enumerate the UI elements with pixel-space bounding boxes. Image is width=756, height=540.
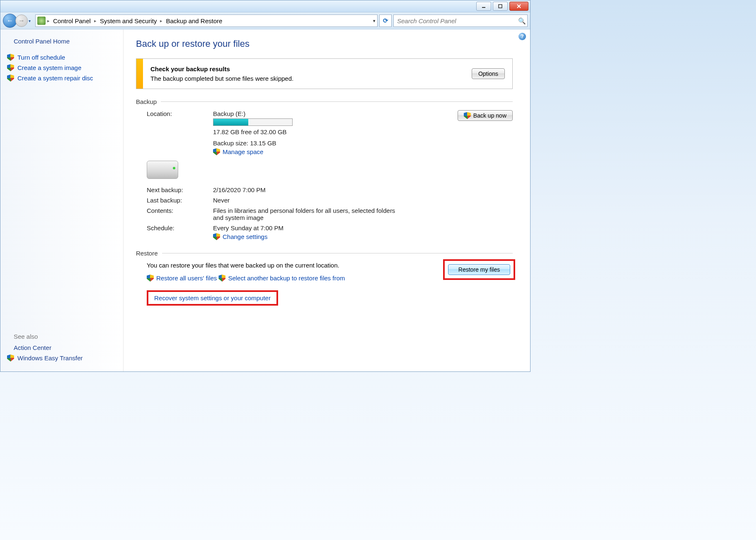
create-repair-disc-link[interactable]: Create a system repair disc	[7, 73, 123, 83]
svg-rect-1	[499, 5, 502, 8]
location-value: Backup (E:)	[213, 110, 426, 117]
recover-system-link[interactable]: Recover system settings or your computer	[154, 294, 271, 301]
backup-size-text: Backup size: 13.15 GB	[213, 140, 426, 147]
button-label: Back up now	[473, 112, 506, 119]
contents-label: Contents:	[147, 207, 209, 214]
page-title: Back up or restore your files	[136, 39, 513, 49]
refresh-button[interactable]: ⟳	[379, 14, 392, 27]
shield-icon	[464, 112, 471, 119]
shield-icon	[7, 64, 14, 71]
backup-results-notice: Check your backup results The backup com…	[136, 58, 513, 89]
sidebar-item-label: Turn off schedule	[17, 54, 65, 61]
minimize-button[interactable]	[476, 2, 491, 11]
help-icon[interactable]: ?	[519, 33, 526, 40]
location-label: Location:	[147, 110, 209, 117]
shield-icon	[213, 233, 220, 240]
schedule-label: Schedule:	[147, 224, 209, 231]
back-button[interactable]: ←	[3, 14, 17, 28]
chevron-right-icon[interactable]: ▸	[46, 18, 51, 24]
sidebar-item-label: Create a system image	[17, 64, 81, 71]
sidebar-item-label: Create a system repair disc	[17, 75, 93, 82]
action-center-link[interactable]: Action Center	[7, 342, 123, 353]
close-button[interactable]	[509, 2, 528, 11]
sidebar: Control Panel Home Turn off schedule Cre…	[0, 29, 124, 371]
main-content: ? Back up or restore your files Check yo…	[124, 29, 530, 371]
shield-icon	[7, 75, 14, 82]
search-icon[interactable]: 🔍	[518, 17, 525, 24]
next-backup-label: Next backup:	[147, 186, 209, 193]
restore-text: You can restore your files that were bac…	[147, 262, 433, 269]
contents-value: Files in libraries and personal folders …	[213, 207, 404, 221]
history-dropdown[interactable]: ▾	[29, 19, 34, 23]
breadcrumb-dropdown[interactable]: ▾	[373, 18, 376, 24]
last-backup-label: Last backup:	[147, 197, 209, 204]
breadcrumb[interactable]: ▸ Control Panel ▸ System and Security ▸ …	[35, 14, 378, 27]
restore-section-heading: Restore	[136, 250, 158, 257]
free-space-text: 17.82 GB free of 32.00 GB	[213, 128, 426, 135]
change-settings-link[interactable]: Change settings	[223, 233, 267, 240]
svg-rect-0	[482, 7, 485, 8]
nav-row: ← → ▾ ▸ Control Panel ▸ System and Secur…	[0, 12, 530, 29]
notice-text: The backup completed but some files were…	[150, 75, 464, 82]
shield-icon	[7, 354, 14, 362]
highlight-restore-button: Restore my files	[446, 262, 513, 277]
warning-bar-icon	[136, 59, 143, 89]
last-backup-value: Never	[213, 197, 426, 204]
backup-section-heading: Backup	[136, 98, 157, 105]
sidebar-item-label: Windows Easy Transfer	[17, 354, 83, 362]
notice-title: Check your backup results	[150, 65, 464, 72]
search-input[interactable]	[396, 17, 518, 25]
manage-space-link[interactable]: Manage space	[223, 148, 263, 155]
disk-usage-bar	[213, 118, 293, 126]
back-up-now-button[interactable]: Back up now	[458, 110, 513, 121]
next-backup-value: 2/16/2020 7:00 PM	[213, 186, 426, 193]
turn-off-schedule-link[interactable]: Turn off schedule	[7, 52, 123, 63]
restore-all-users-link[interactable]: Restore all users' files	[156, 275, 217, 282]
search-box[interactable]: 🔍	[393, 14, 528, 27]
breadcrumb-item-system-security[interactable]: System and Security	[98, 17, 159, 24]
control-panel-icon	[37, 17, 46, 25]
breadcrumb-item-control-panel[interactable]: Control Panel	[51, 17, 92, 24]
shield-icon	[218, 275, 225, 282]
restore-my-files-button[interactable]: Restore my files	[448, 264, 510, 275]
shield-icon	[213, 148, 220, 155]
chevron-right-icon[interactable]: ▸	[93, 18, 97, 24]
forward-button[interactable]: →	[15, 14, 28, 27]
control-panel-home-link[interactable]: Control Panel Home	[7, 38, 123, 45]
shield-icon	[147, 275, 154, 282]
schedule-value: Every Sunday at 7:00 PM	[213, 224, 426, 231]
breadcrumb-item-backup-restore[interactable]: Backup and Restore	[164, 17, 224, 24]
drive-icon	[147, 161, 178, 179]
shield-icon	[7, 54, 14, 61]
titlebar	[0, 0, 530, 12]
chevron-right-icon[interactable]: ▸	[159, 18, 163, 24]
maximize-button[interactable]	[493, 2, 508, 11]
highlight-recover-link: Recover system settings or your computer	[147, 290, 278, 306]
options-button[interactable]: Options	[472, 68, 505, 79]
see-also-heading: See also	[7, 333, 123, 342]
disk-usage-fill	[213, 119, 248, 125]
windows-easy-transfer-link[interactable]: Windows Easy Transfer	[7, 353, 123, 363]
select-another-backup-link[interactable]: Select another backup to restore files f…	[228, 275, 345, 282]
create-system-image-link[interactable]: Create a system image	[7, 63, 123, 73]
